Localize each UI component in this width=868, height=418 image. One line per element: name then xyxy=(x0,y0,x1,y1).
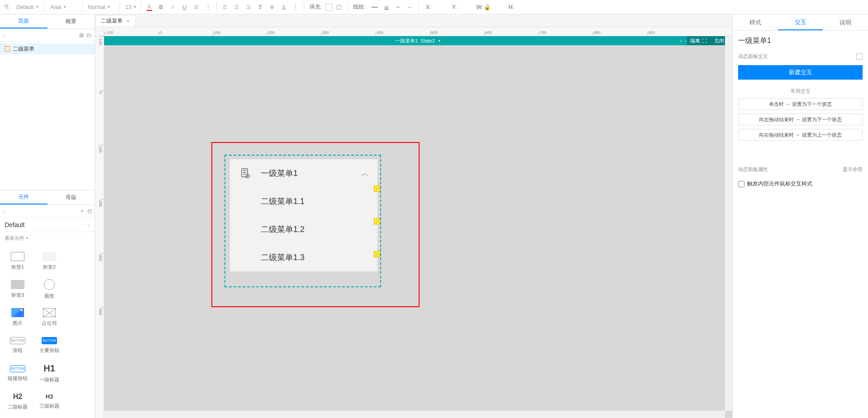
menu-l2a[interactable]: 二级菜单1.1 xyxy=(230,187,377,215)
lightning-icon: ⚡ xyxy=(374,218,380,224)
add-page-icon[interactable]: ⊞ xyxy=(79,32,84,39)
bullets-icon[interactable] xyxy=(191,2,202,13)
valign-bottom-icon[interactable] xyxy=(278,2,289,13)
bold-icon[interactable]: B xyxy=(156,2,167,13)
widget-placeholder[interactable]: 占位符 xyxy=(33,303,65,331)
style-dropdown[interactable]: Default▼ xyxy=(14,2,42,13)
style-dropdown-label: Default xyxy=(16,4,33,10)
document-tab-label: 二级菜单 xyxy=(101,17,123,25)
svg-rect-14 xyxy=(259,6,261,9)
canvas[interactable]: 一级菜单1: State2 ▼ ‹ › 隔离⛶ 关闭× xyxy=(104,36,732,418)
tab-notes[interactable]: 说明 xyxy=(823,14,868,30)
menu-l2c[interactable]: 二级菜单1.3 xyxy=(230,243,377,271)
pages-tree: 二级菜单 xyxy=(0,42,95,190)
tab-pages[interactable]: 页面 xyxy=(0,14,48,28)
document-tabs: 二级菜单 × xyxy=(95,14,732,27)
common-interaction-row[interactable]: 向左拖动结束时 → 设置为下一个状态 xyxy=(738,114,863,125)
tab-masters[interactable]: 母版 xyxy=(48,190,95,204)
menu-l1-label: 一级菜单1 xyxy=(261,168,298,179)
page-item[interactable]: 二级菜单 xyxy=(0,43,95,54)
widget-h1[interactable]: H1一级标题 xyxy=(33,359,65,387)
common-interaction-row[interactable]: 向右拖动结束时 → 设置为上一个状态 xyxy=(738,129,863,141)
menu-card: 一级菜单1 ︿ 二级菜单1.1 二级菜单1.2 二级菜单1.3 xyxy=(230,159,377,271)
arrow-icon[interactable]: ↔ xyxy=(405,2,415,13)
widget-library-dropdown[interactable]: Default ⌄ xyxy=(0,218,95,232)
widget-h3[interactable]: H3三级标题 xyxy=(33,387,65,415)
state-prev-icon[interactable]: ‹ xyxy=(680,38,682,43)
add-folder-icon[interactable]: 🗀 xyxy=(86,32,92,39)
italic-icon[interactable]: I xyxy=(167,2,178,13)
scrollbar-horizontal[interactable] xyxy=(104,411,725,418)
coord-h-label: H: xyxy=(506,4,515,10)
line-width-icon[interactable] xyxy=(381,2,392,13)
widget-circle[interactable]: 圆形 xyxy=(33,275,65,303)
svg-rect-19 xyxy=(337,5,341,9)
widgets-search-input[interactable] xyxy=(9,208,76,214)
font-color-icon[interactable]: A xyxy=(144,2,155,13)
trigger-hover-label: 触发内部元件鼠标交互样式 xyxy=(747,180,812,188)
caret-down-icon: ▼ xyxy=(133,5,137,9)
line-color-icon[interactable] xyxy=(369,2,380,13)
more-align-icon[interactable]: ⋮ xyxy=(290,2,301,13)
fill-color-picker[interactable] xyxy=(325,4,333,11)
lib-folder-icon[interactable]: 🗀 xyxy=(87,208,93,215)
fill-more-icon[interactable] xyxy=(334,2,344,13)
more-text-icon[interactable]: ⋮ xyxy=(203,2,214,13)
tab-outline[interactable]: 概要 xyxy=(48,14,95,28)
state-dropdown-icon[interactable]: ▼ xyxy=(438,39,441,43)
align-center-icon[interactable] xyxy=(231,2,242,13)
page-item-label: 二级菜单 xyxy=(13,45,34,53)
widget-h2[interactable]: H2二级标题 xyxy=(2,387,33,415)
isolate-button[interactable]: 隔离⛶ xyxy=(687,36,711,45)
widget-button[interactable]: BUTTON按钮 xyxy=(2,331,33,359)
search-icon: ⌕ xyxy=(3,208,6,214)
chevron-up-icon: ︿ xyxy=(361,168,369,179)
tab-interactions[interactable]: 交互 xyxy=(778,14,823,30)
config-icon[interactable] xyxy=(856,53,863,60)
font-dropdown[interactable]: Arial▼ xyxy=(48,2,79,13)
document-tab[interactable]: 二级菜单 × xyxy=(95,15,136,27)
new-interaction-button[interactable]: 新建交互 xyxy=(738,65,863,80)
format-painter-icon[interactable] xyxy=(2,2,13,13)
widgets-panel: 元件 母版 ⌕ ＋ 🗀 ⋮ Default ⌄ 基本元件▾ 矩形1 矩形2 矩形… xyxy=(0,190,95,418)
align-left-icon[interactable] xyxy=(219,2,230,13)
align-right-icon[interactable] xyxy=(243,2,254,13)
svg-rect-23 xyxy=(242,169,248,177)
menu-l2b[interactable]: 二级菜单1.2 xyxy=(230,215,377,243)
widget-rect2[interactable]: 矩形2 xyxy=(33,247,65,275)
font-size-dropdown[interactable]: 13▼ xyxy=(123,2,138,13)
add-lib-icon[interactable]: ＋ xyxy=(79,208,85,215)
caret-icon: ⌄ xyxy=(86,222,90,227)
valign-top-icon[interactable] xyxy=(255,2,266,13)
tab-style[interactable]: 样式 xyxy=(733,14,778,30)
show-all-link[interactable]: 显示全部 xyxy=(843,166,863,173)
font-size-value: 13 xyxy=(125,4,131,10)
underline-icon[interactable]: U xyxy=(179,2,190,13)
lightning-icon: ⚡ xyxy=(374,185,380,192)
pages-search-input[interactable] xyxy=(9,32,76,38)
widget-image[interactable]: 图片 xyxy=(2,303,33,331)
trigger-hover-checkbox-row: 触发内部元件鼠标交互样式 xyxy=(733,176,868,191)
valign-middle-icon[interactable] xyxy=(267,2,277,13)
ruler-vertical: -100 0 100 200 300 400 xyxy=(95,36,104,418)
widget-primary-button[interactable]: BUTTON主要按钮 xyxy=(33,331,65,359)
widget-grid: 矩形1 矩形2 矩形3 圆形 图片 占位符 BUTTON按钮 BUTTON主要按… xyxy=(0,244,95,418)
center-area: 二级菜单 × -100 0 100 200 300 400 500 600 70… xyxy=(95,14,732,418)
lock-icon[interactable]: 🔒 xyxy=(484,4,491,10)
tab-widgets[interactable]: 元件 xyxy=(0,190,48,204)
font-weight-dropdown[interactable]: Normal▼ xyxy=(85,2,117,13)
caret-down-icon: ▼ xyxy=(107,5,111,9)
widget-group-title: 基本元件▾ xyxy=(0,232,95,244)
widget-rect1[interactable]: 矩形1 xyxy=(2,247,33,275)
search-icon: ⌕ xyxy=(3,32,6,38)
trigger-hover-checkbox[interactable] xyxy=(738,181,744,187)
common-interaction-row[interactable]: 单击时 → 设置为下一个状态 xyxy=(738,98,863,110)
menu-l2c-label: 二级菜单1.3 xyxy=(261,252,305,263)
widget-rect3[interactable]: 矩形3 xyxy=(2,275,33,303)
line-style-icon[interactable]: ┅ xyxy=(393,2,404,13)
close-tab-icon[interactable]: × xyxy=(126,18,130,24)
menu-l1[interactable]: 一级菜单1 ︿ xyxy=(230,159,377,187)
canvas-wrap: -100 0 100 200 300 400 500 600 700 800 9… xyxy=(95,27,732,418)
widget-link-button[interactable]: BUTTON链接按钮 xyxy=(2,359,33,387)
scrollbar-vertical[interactable] xyxy=(725,36,732,411)
